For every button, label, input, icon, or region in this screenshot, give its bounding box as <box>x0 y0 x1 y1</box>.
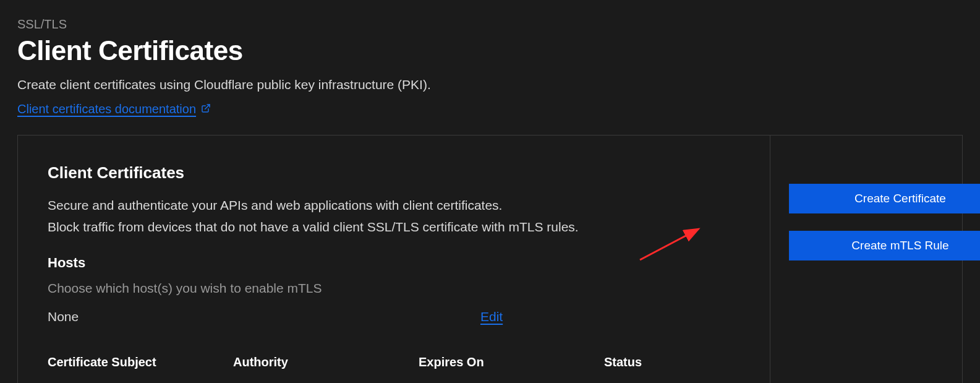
card-description: Secure and authenticate your APIs and we… <box>48 195 740 238</box>
breadcrumb: SSL/TLS <box>17 17 963 32</box>
create-mtls-rule-button[interactable]: Create mTLS Rule <box>789 231 980 260</box>
documentation-link[interactable]: Client certificates documentation <box>17 102 211 116</box>
card-right-panel: Create Certificate Create mTLS Rule <box>770 136 980 383</box>
external-link-icon <box>201 102 211 116</box>
th-authority: Authority <box>233 355 419 369</box>
create-certificate-button[interactable]: Create Certificate <box>789 184 980 213</box>
edit-hosts-link[interactable]: Edit <box>480 309 503 324</box>
card-description-line2: Block traffic from devices that do not h… <box>48 220 579 234</box>
page-title: Client Certificates <box>17 35 963 66</box>
th-expires-on: Expires On <box>419 355 604 369</box>
hosts-description: Choose which host(s) you wish to enable … <box>48 281 740 296</box>
hosts-row: None Edit <box>48 309 740 324</box>
th-status: Status <box>604 355 728 369</box>
hosts-value: None <box>48 309 480 324</box>
hosts-title: Hosts <box>48 255 740 271</box>
card-description-line1: Secure and authenticate your APIs and we… <box>48 198 502 212</box>
page-description: Create client certificates using Cloudfl… <box>17 77 963 92</box>
documentation-link-text: Client certificates documentation <box>17 102 196 116</box>
th-certificate-subject: Certificate Subject <box>48 355 233 369</box>
certificate-table-header: Certificate Subject Authority Expires On… <box>48 324 740 369</box>
card-title: Client Certificates <box>48 163 740 183</box>
card-left-panel: Client Certificates Secure and authentic… <box>18 136 770 383</box>
svg-line-0 <box>205 105 210 109</box>
client-certificates-card: Client Certificates Secure and authentic… <box>17 135 963 383</box>
